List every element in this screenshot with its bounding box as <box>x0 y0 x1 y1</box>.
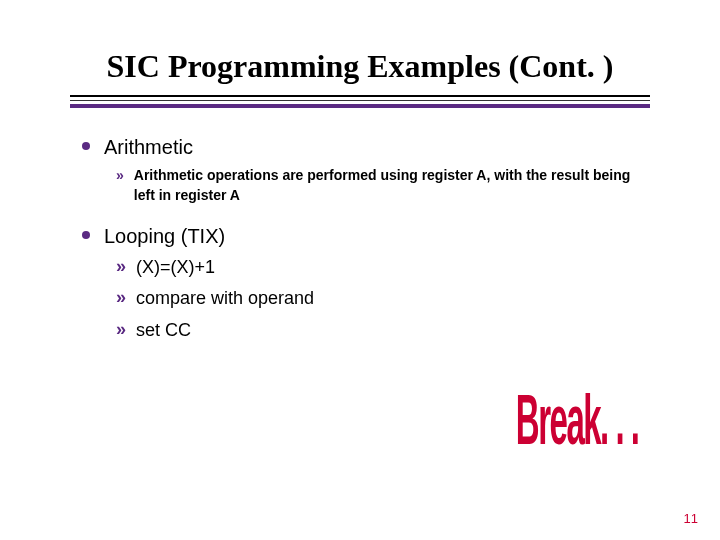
sub-item-text: Arithmetic operations are performed usin… <box>134 166 650 205</box>
sub-item-text: set CC <box>136 318 191 343</box>
title-underline <box>70 95 650 108</box>
sub-item-text: compare with operand <box>136 286 314 311</box>
sub-item-text: (X)=(X)+1 <box>136 255 215 280</box>
sub-list-item: » compare with operand <box>116 286 650 311</box>
underline-purple <box>70 104 650 108</box>
chevron-right-icon: » <box>116 286 126 309</box>
page-number: 11 <box>684 511 698 526</box>
section-heading: Looping (TIX) <box>104 223 225 249</box>
sub-list-item: » (X)=(X)+1 <box>116 255 650 280</box>
bullet-icon <box>82 231 90 239</box>
break-callout: Break. . . <box>515 380 638 460</box>
list-item: Looping (TIX) <box>82 223 650 249</box>
chevron-right-icon: » <box>116 318 126 341</box>
underline-black-2 <box>70 100 650 101</box>
sub-list-item: » Arithmetic operations are performed us… <box>116 166 650 205</box>
list-item: Arithmetic <box>82 134 650 160</box>
spacer <box>82 209 650 223</box>
slide-title: SIC Programming Examples (Cont. ) <box>60 0 660 93</box>
content-area: Arithmetic » Arithmetic operations are p… <box>82 134 650 343</box>
slide: SIC Programming Examples (Cont. ) Arithm… <box>0 0 720 540</box>
underline-black-1 <box>70 95 650 97</box>
section-heading: Arithmetic <box>104 134 193 160</box>
chevron-right-icon: » <box>116 166 124 186</box>
sub-list-item: » set CC <box>116 318 650 343</box>
bullet-icon <box>82 142 90 150</box>
chevron-right-icon: » <box>116 255 126 278</box>
